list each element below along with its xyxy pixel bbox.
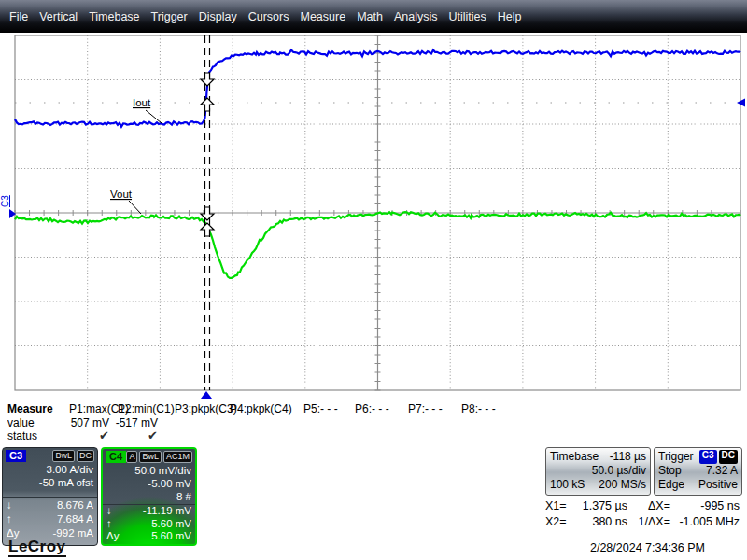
measure-p4-label[interactable]: P4:pkpk(C4) bbox=[230, 402, 292, 415]
trigger-type: Edge bbox=[658, 478, 684, 492]
c3-cursor-readouts: ↓8.676 A ↑7.684 A Δy-992 mA bbox=[3, 497, 97, 540]
trace-label-iout: Iout bbox=[133, 97, 151, 108]
dx-label: ΔX= bbox=[627, 498, 670, 514]
measure-p7-label[interactable]: P7:- - - bbox=[408, 402, 443, 415]
c3-offset: -50 mA ofst bbox=[3, 476, 97, 489]
x2-label: X2= bbox=[545, 514, 573, 530]
c4-bwl-badge: BwL bbox=[139, 451, 162, 463]
measure-p5-label[interactable]: P5:- - - bbox=[303, 402, 338, 415]
measure-p2-value: -517 mV bbox=[104, 416, 158, 429]
measure-p1-value: 507 mV bbox=[55, 416, 109, 429]
measure-title: Measure bbox=[7, 402, 53, 415]
trigger-title: Trigger bbox=[658, 450, 694, 464]
c3-cursor1-value: 8.676 A bbox=[57, 498, 93, 512]
c4-sweeps: 8 # bbox=[103, 490, 195, 503]
trigger-descriptor[interactable]: Trigger C3 DC Stop7.32 A EdgePositive bbox=[654, 447, 742, 496]
measure-status-row-label: status bbox=[7, 429, 37, 442]
measure-p8-label[interactable]: P8:- - - bbox=[461, 402, 496, 415]
c3-cursor2-value: 7.684 A bbox=[57, 512, 93, 526]
c4-offset: -5.00 mV bbox=[103, 477, 195, 490]
measure-table: Measure value status P1:max(C1) P2:min(C… bbox=[0, 400, 747, 447]
c4-channel-badge: C4 bbox=[106, 451, 126, 463]
dx-value: -995 ns bbox=[670, 498, 740, 514]
lecroy-logo: LeCroy bbox=[8, 538, 66, 557]
c4-delta-value: 5.60 mV bbox=[151, 530, 191, 543]
trigger-mode: Stop bbox=[658, 464, 682, 478]
cursor-down-arrow-icon[interactable] bbox=[201, 207, 214, 220]
waveform-display: C3IoutVout bbox=[0, 0, 747, 405]
trigger-coupling-badge: DC bbox=[719, 450, 738, 464]
down-arrow-icon: ↓ bbox=[106, 505, 112, 518]
trigger-slope: Positive bbox=[698, 478, 738, 492]
c4-cursor1-value: -11.19 mV bbox=[143, 505, 191, 518]
trigger-source-badge: C3 bbox=[699, 450, 717, 464]
c3-bwl-badge: BwL bbox=[52, 450, 75, 462]
c3-dc-badge: DC bbox=[77, 450, 94, 462]
timebase-title: Timebase bbox=[550, 450, 599, 464]
cursor-up-arrow-icon[interactable] bbox=[201, 98, 214, 111]
trigger-time-marker-icon[interactable] bbox=[201, 391, 212, 399]
c4-cursor2-value: -5.60 mV bbox=[148, 518, 191, 531]
c3-zero-marker-label: C3 bbox=[0, 195, 10, 207]
channel-c4-descriptor[interactable]: C4 A BwL AC1M 50.0 mV/div -5.00 mV 8 # ↓… bbox=[101, 447, 197, 546]
timebase-samples: 100 kS bbox=[550, 478, 585, 492]
c3-channel-badge: C3 bbox=[6, 450, 26, 462]
measure-p1-status-check: ✔ bbox=[55, 428, 109, 442]
c4-cursor-readouts: ↓-11.19 mV ↑-5.60 mV Δy5.60 mV bbox=[103, 504, 195, 543]
cursor-readout-panel: X1= 1.375 µs ΔX= -995 ns X2= 380 ns 1/ΔX… bbox=[545, 498, 740, 530]
measure-value-row-label: value bbox=[7, 416, 35, 429]
measure-p2-status-check: ✔ bbox=[104, 428, 158, 442]
trigger-level: 7.32 A bbox=[706, 464, 738, 478]
delta-y-icon: Δy bbox=[106, 530, 119, 543]
timebase-scale: 50.0 µs/div bbox=[592, 464, 646, 478]
timebase-delay: -118 µs bbox=[610, 450, 646, 464]
channel-c3-descriptor[interactable]: C3 BwL DC 3.00 A/div -50 mA ofst ↓8.676 … bbox=[2, 447, 98, 546]
x1-value: 1.375 µs bbox=[573, 498, 627, 514]
x2-value: 380 ns bbox=[573, 514, 627, 530]
up-arrow-icon: ↑ bbox=[7, 512, 12, 526]
timebase-rate: 200 MS/s bbox=[599, 478, 646, 492]
down-arrow-icon: ↓ bbox=[7, 498, 12, 512]
trace-label-vout: Vout bbox=[110, 189, 133, 200]
up-arrow-icon: ↑ bbox=[106, 518, 112, 531]
invdx-label: 1/ΔX= bbox=[627, 514, 670, 530]
datetime-display: 2/28/2024 7:34:36 PM bbox=[590, 541, 705, 554]
c4-ac1m-badge: AC1M bbox=[163, 451, 192, 463]
measure-p3-label[interactable]: P3:pkpk(C3) bbox=[175, 402, 237, 415]
timebase-descriptor[interactable]: Timebase-118 µs 50.0 µs/div 100 kS200 MS… bbox=[545, 447, 651, 496]
invdx-value: -1.005 MHz bbox=[670, 514, 740, 530]
c3-scale: 3.00 A/div bbox=[3, 463, 97, 476]
x1-label: X1= bbox=[545, 498, 573, 514]
measure-p6-label[interactable]: P6:- - - bbox=[355, 402, 389, 415]
cursor-down-arrow-icon[interactable] bbox=[201, 73, 214, 86]
c4-scale: 50.0 mV/div bbox=[103, 464, 195, 477]
c4-avg-badge: A bbox=[126, 451, 137, 463]
measure-p2-label[interactable]: P2:min(C1) bbox=[118, 402, 175, 415]
